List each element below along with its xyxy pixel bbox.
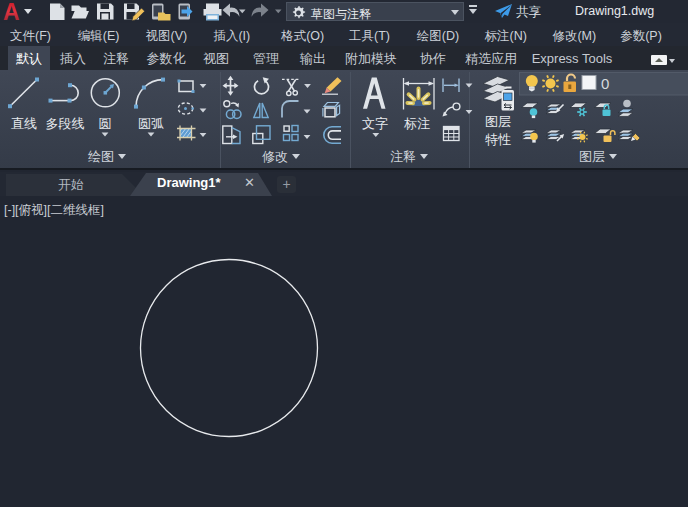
svg-text:A: A — [3, 0, 20, 23]
svg-text:0: 0 — [601, 75, 609, 92]
